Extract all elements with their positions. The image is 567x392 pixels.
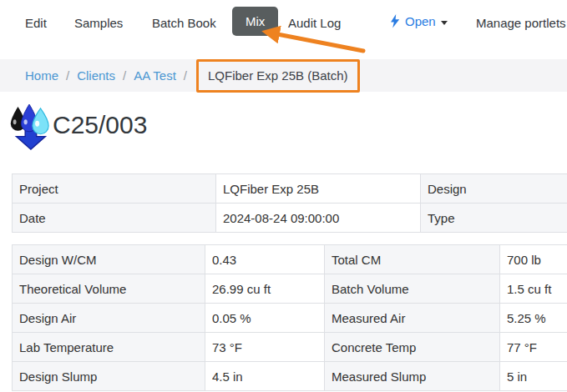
concrete-temp-label: Concrete Temp bbox=[325, 333, 500, 362]
project-label: Project bbox=[13, 174, 216, 204]
lab-temperature-label: Lab Temperature bbox=[13, 333, 205, 362]
design-label: Design bbox=[421, 174, 567, 204]
theoretical-volume-label: Theoretical Volume bbox=[13, 274, 205, 304]
design-slump-value: 4.5 in bbox=[205, 362, 325, 391]
design-wcm-value: 0.43 bbox=[205, 245, 325, 274]
mix-measurements-table: Design W/CM 0.43 Total CM 700 lb Theoret… bbox=[12, 244, 567, 391]
nav-item-batch-book[interactable]: Batch Book bbox=[152, 16, 216, 30]
table-row: Date 2024-08-24 09:00:00 Type bbox=[13, 204, 567, 233]
design-wcm-label: Design W/CM bbox=[13, 245, 205, 274]
date-value: 2024-08-24 09:00:00 bbox=[216, 204, 421, 233]
breadcrumb-separator: / bbox=[66, 68, 69, 83]
theoretical-volume-value: 26.99 cu ft bbox=[205, 274, 325, 304]
table-row: Design Air 0.05 % Measured Air 5.25 % bbox=[13, 304, 567, 333]
total-cm-label: Total CM bbox=[325, 245, 500, 274]
nav-item-mix-active[interactable]: Mix bbox=[232, 7, 278, 36]
type-label: Type bbox=[421, 204, 567, 233]
breadcrumb: Home / Clients / AA Test / LQFiber Exp 2… bbox=[0, 59, 567, 92]
project-value: LQFiber Exp 25B bbox=[216, 174, 421, 204]
measured-air-value: 5.25 % bbox=[500, 304, 567, 333]
nav-item-manage-portlets[interactable]: Manage portlets bbox=[476, 16, 566, 30]
mix-batch-page: { "nav": { "edit": "Edit", "samples": "S… bbox=[0, 0, 567, 392]
breadcrumb-link-clients[interactable]: Clients bbox=[77, 68, 115, 83]
nav-item-edit[interactable]: Edit bbox=[25, 16, 47, 30]
measured-slump-value: 5 in bbox=[500, 362, 567, 391]
breadcrumb-link-home[interactable]: Home bbox=[25, 68, 58, 83]
total-cm-value: 700 lb bbox=[500, 245, 567, 274]
breadcrumb-separator: / bbox=[123, 68, 126, 83]
breadcrumb-current: LQFiber Exp 25B (Batch) bbox=[208, 68, 348, 83]
caret-down-icon bbox=[441, 21, 448, 25]
lab-temperature-value: 73 °F bbox=[205, 333, 325, 362]
batch-volume-value: 1.5 cu ft bbox=[500, 274, 567, 304]
design-air-value: 0.05 % bbox=[205, 304, 325, 333]
breadcrumb-link-aa-test[interactable]: AA Test bbox=[134, 68, 176, 83]
table-row: Project LQFiber Exp 25B Design bbox=[13, 174, 567, 204]
concrete-temp-value: 77 °F bbox=[500, 333, 567, 362]
droplets-logo bbox=[7, 103, 52, 153]
table-row: Theoretical Volume 26.99 cu ft Batch Vol… bbox=[13, 274, 567, 304]
batch-info-table: Project LQFiber Exp 25B Design Date 2024… bbox=[12, 173, 567, 233]
open-dropdown[interactable]: Open bbox=[390, 14, 448, 28]
batch-volume-label: Batch Volume bbox=[325, 274, 500, 304]
page-title: C25/003 bbox=[53, 111, 147, 139]
date-label: Date bbox=[13, 204, 216, 233]
open-dropdown-label: Open bbox=[405, 14, 436, 28]
design-air-label: Design Air bbox=[13, 304, 205, 333]
nav-item-samples[interactable]: Samples bbox=[74, 16, 123, 30]
table-row: Design Slump 4.5 in Measured Slump 5 in bbox=[13, 362, 567, 391]
breadcrumb-separator: / bbox=[184, 68, 187, 83]
measured-air-label: Measured Air bbox=[325, 304, 500, 333]
nav-item-audit-log[interactable]: Audit Log bbox=[288, 16, 341, 30]
measured-slump-label: Measured Slump bbox=[325, 362, 500, 391]
annotation-box: LQFiber Exp 25B (Batch) bbox=[196, 59, 360, 93]
top-navigation: Edit Samples Batch Book Mix Audit Log Op… bbox=[0, 0, 567, 52]
table-row: Design W/CM 0.43 Total CM 700 lb bbox=[13, 245, 567, 274]
lightning-bolt-icon bbox=[390, 14, 400, 28]
design-slump-label: Design Slump bbox=[13, 362, 205, 391]
table-row: Lab Temperature 73 °F Concrete Temp 77 °… bbox=[13, 333, 567, 362]
